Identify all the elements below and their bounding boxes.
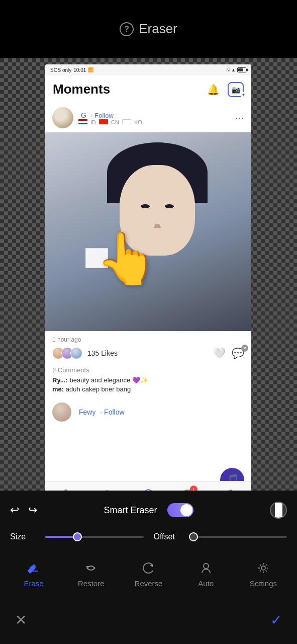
phone-screen: SOS only 10:01 📶 N ▲ Moments 🔔 📷 G [45, 64, 251, 512]
likes-info: 135 Likes [52, 347, 118, 359]
comment-2: me: aduh cakep bner bang [52, 385, 244, 393]
contrast-half-white [275, 503, 282, 518]
cancel-button[interactable]: ✕ [15, 612, 27, 628]
comment-2-text: aduh cakep bner bang [66, 385, 131, 393]
comments-section: 2 Comments Ry...: beauty and elegance 💜✨… [45, 366, 251, 398]
time-text: 10:01 [73, 67, 86, 73]
offset-slider-group: Offset [154, 532, 287, 541]
likes-count: 135 Likes [87, 349, 118, 357]
camera-symbol: 📷 [232, 86, 240, 94]
erase-tool-button[interactable]: Erase [5, 559, 62, 588]
page-title: Eraser [139, 21, 177, 37]
settings-tool-icon [255, 559, 272, 577]
contrast-button[interactable] [270, 502, 287, 519]
header-icons: 🔔 📷 [206, 82, 244, 97]
commenter-1-name: Ry...: [52, 376, 68, 384]
reverse-tool-button[interactable]: Reverse [120, 559, 177, 588]
eye-left [141, 204, 150, 208]
size-label: Size [10, 532, 40, 541]
restore-tool-icon [82, 559, 100, 577]
svg-point-9 [204, 564, 209, 569]
time-ago: 1 hour ago [52, 336, 244, 343]
eye-right [165, 204, 174, 208]
erase-area[interactable]: 👆 [75, 233, 176, 324]
auto-tool-label: Auto [198, 579, 214, 588]
status-left: SOS only 10:01 📶 [50, 67, 93, 73]
next-post-avatar [52, 403, 71, 422]
author-name: G · Follow [78, 111, 230, 119]
offset-slider-track[interactable] [189, 536, 287, 538]
heart-button[interactable]: 🤍 [213, 347, 226, 359]
redo-button[interactable]: ↪ [28, 504, 37, 517]
post-author-row: G · Follow ID CN KO ··· [45, 103, 251, 132]
size-slider-track[interactable] [45, 536, 144, 538]
app-header: Moments 🔔 📷 [45, 75, 251, 103]
settings-tool-label: Settings [250, 579, 277, 588]
confirm-button[interactable]: ✓ [270, 612, 282, 628]
flag-id-icon [78, 119, 87, 124]
restore-tool-label: Restore [78, 579, 105, 588]
smart-eraser-toggle[interactable] [167, 503, 193, 517]
likes-avatars [52, 347, 79, 359]
flag-ko-icon [122, 119, 131, 124]
erase-tool-icon [25, 559, 42, 577]
wifi-icon: ▲ [231, 67, 236, 72]
post-meta: 1 hour ago 135 Likes 🤍 💬 ✕ [45, 331, 251, 366]
likes-row: 135 Likes 🤍 💬 ✕ [52, 347, 244, 359]
comments-count: 2 Comments [52, 366, 244, 374]
notification-bell-icon[interactable]: 🔔 [206, 83, 220, 97]
sos-text: SOS only [50, 67, 71, 73]
settings-tool-button[interactable]: Settings [235, 559, 292, 588]
size-offset-row: Size Offset [0, 524, 297, 549]
author-info: G · Follow ID CN KO [78, 111, 230, 125]
comment-x-badge: ✕ [241, 345, 248, 352]
camera-icon[interactable]: 📷 [228, 82, 244, 97]
help-icon[interactable]: ? [120, 22, 134, 36]
svg-point-10 [261, 566, 265, 570]
commenter-2-name: me: [52, 385, 64, 393]
comment-1: Ry...: beauty and elegance 💜✨ [52, 376, 244, 384]
signal-icon: 📶 [88, 67, 93, 72]
reverse-tool-icon [140, 559, 157, 577]
size-slider-fill [45, 536, 75, 538]
author-avatar[interactable] [52, 107, 73, 128]
status-bar: SOS only 10:01 📶 N ▲ [45, 64, 251, 75]
undo-redo-group: ↩ ↪ [10, 504, 37, 517]
bottom-toolbar: ↩ ↪ Smart Eraser Size Offset [0, 491, 297, 644]
battery-icon [237, 67, 246, 72]
next-post-name: Fewy · Follow [76, 408, 125, 416]
author-meta: ID CN KO [78, 119, 230, 125]
smart-eraser-row: ↩ ↪ Smart Eraser [0, 497, 297, 523]
size-slider-thumb[interactable] [73, 532, 82, 541]
undo-button[interactable]: ↩ [10, 504, 19, 517]
hand-cursor-icon: 👆 [95, 233, 151, 313]
auto-tool-button[interactable]: Auto [177, 559, 235, 588]
offset-label: Offset [154, 532, 184, 541]
top-header: ? Eraser [0, 0, 297, 58]
likes-actions: 🤍 💬 ✕ [213, 347, 244, 359]
status-right: N ▲ [227, 67, 246, 72]
offset-slider-thumb[interactable] [189, 532, 198, 541]
comment-1-text: beauty and elegance 💜✨ [69, 376, 148, 384]
flag-cn-icon [99, 119, 108, 124]
liker-avatar-3 [70, 347, 82, 359]
tool-row: Erase Restore Reverse [0, 551, 297, 596]
next-post-preview: Fewy · Follow [45, 398, 251, 422]
toggle-knob [180, 504, 192, 516]
post-image: 👆 [45, 132, 251, 331]
erase-tool-label: Erase [24, 579, 44, 588]
auto-tool-icon [197, 559, 215, 577]
size-slider-group: Size [10, 532, 144, 541]
more-options-button[interactable]: ··· [235, 113, 244, 123]
smart-eraser-label: Smart Eraser [104, 505, 157, 516]
app-title: Moments [53, 82, 110, 97]
nfc-icon: N [227, 67, 230, 72]
bottom-action-row: ✕ ✓ [0, 605, 297, 635]
nose-element [154, 223, 161, 228]
comment-button[interactable]: 💬 ✕ [232, 347, 244, 359]
restore-tool-button[interactable]: Restore [62, 559, 120, 588]
reverse-tool-label: Reverse [135, 579, 163, 588]
